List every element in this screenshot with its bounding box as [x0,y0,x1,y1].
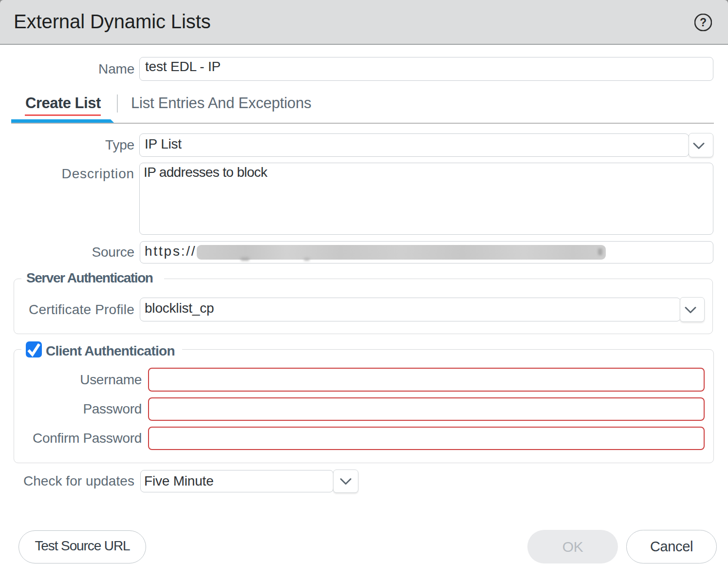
svg-text:?: ? [700,16,707,29]
